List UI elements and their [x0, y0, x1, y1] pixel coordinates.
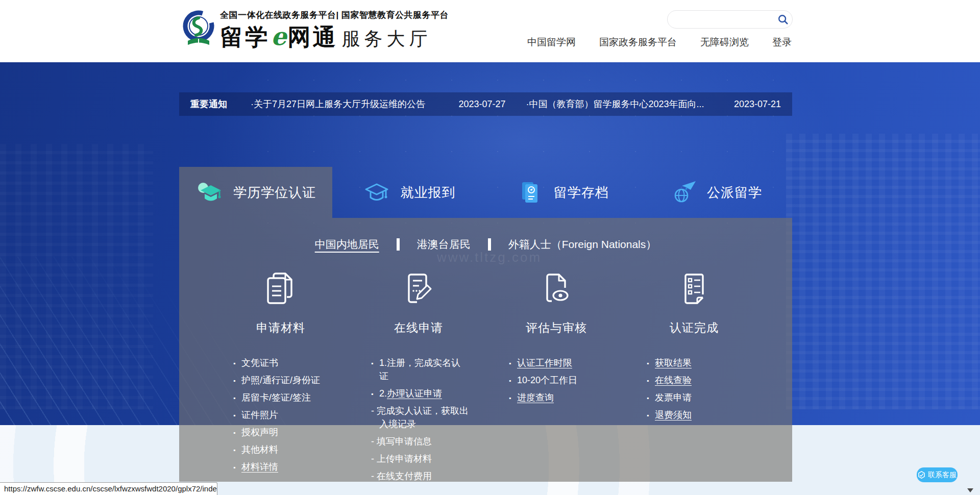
search-box[interactable] — [667, 10, 793, 29]
item-text: 其他材料 — [241, 444, 278, 455]
nav-login-link[interactable]: 登录 — [772, 36, 792, 49]
list-item[interactable]: ▪发票申请 — [647, 391, 751, 404]
notice-bar: 重要通知 ·关于7月27日网上服务大厅升级运维的公告 2023-07-27 ·中… — [179, 92, 792, 116]
list-item[interactable]: - 填写申请信息 — [371, 435, 469, 448]
brand-title-e: e — [271, 22, 287, 51]
notice-link[interactable]: ·中国（教育部）留学服务中心2023年面向... — [526, 98, 704, 110]
column-online-application: 在线申请 ▪1.注册，完成实名认证▪2.办理认证申请- 完成实人认证，获取出入境… — [350, 269, 487, 487]
notice-label: 重要通知 — [190, 98, 227, 110]
column-title: 申请材料 — [212, 320, 350, 336]
site-header: 全国一体化在线政务服务平台| 国家智慧教育公共服务平台 留学e网通服务大厅 中国… — [0, 0, 980, 62]
item-text: 上传申请材料 — [377, 454, 432, 464]
list-item[interactable]: ▪其他材料 — [233, 443, 338, 456]
tab-label: 就业报到 — [400, 184, 455, 202]
square-bullet-icon: ▪ — [509, 374, 511, 387]
list-item[interactable]: ▪1.注册，完成实名认证 — [371, 356, 469, 383]
list-item[interactable]: ▪获取结果 — [647, 356, 751, 369]
documents-icon — [261, 269, 301, 309]
list-item[interactable]: ▪10-20个工作日 — [509, 374, 614, 387]
item-prefix: - — [371, 436, 377, 447]
square-bullet-icon: ▪ — [647, 409, 649, 422]
item-text: 文凭证书 — [241, 358, 278, 368]
notice-link[interactable]: ·关于7月27日网上服务大厅升级运维的公告 — [251, 98, 425, 110]
brand-title-service-hall: 服务大厅 — [342, 27, 432, 52]
review-eye-icon — [536, 269, 576, 309]
list-item[interactable]: ▪证件照片 — [233, 408, 338, 422]
item-prefix: - — [371, 406, 377, 416]
search-icon[interactable] — [777, 14, 789, 25]
archive-file-icon — [516, 178, 545, 207]
contact-support-button[interactable]: 联系客服 — [917, 467, 958, 482]
nav-china-study-link[interactable]: 中国留学网 — [527, 36, 576, 49]
process-columns: 申请材料 ▪文凭证书▪护照/通行证/身份证▪居留卡/签证/签注▪证件照片▪授权声… — [212, 269, 768, 487]
hero-buildings-right — [786, 134, 980, 409]
column-list: ▪认证工作时限▪10-20个工作日▪进度查询 — [509, 356, 614, 408]
tab-study-archive[interactable]: 留学存档 — [486, 167, 639, 218]
subtab-separator — [488, 238, 491, 251]
column-list: ▪1.注册，完成实名认证▪2.办理认证申请- 完成实人认证，获取出入境记录- 填… — [371, 356, 469, 487]
square-bullet-icon: ▪ — [647, 374, 649, 387]
item-text: 发票申请 — [655, 392, 692, 403]
list-item[interactable]: ▪文凭证书 — [233, 356, 338, 369]
item-text: 退费须知 — [655, 410, 692, 420]
column-review-assessment: 评估与审核 ▪认证工作时限▪10-20个工作日▪进度查询 — [487, 269, 625, 487]
status-bar-url: https://zwfw.cscse.edu.cn/cscse/lxfwzxws… — [0, 482, 217, 495]
graduation-cap-teal-icon — [195, 178, 224, 207]
column-list: ▪获取结果▪在线查验▪发票申请▪退费须知 — [647, 356, 751, 426]
tab-employment-registration[interactable]: 就业报到 — [332, 167, 485, 218]
item-text: 授权声明 — [241, 427, 278, 437]
subtab-mainland-residents[interactable]: 中国内地居民 — [315, 237, 379, 252]
item-text: 进度查询 — [517, 392, 554, 403]
checklist-icon — [674, 269, 714, 309]
item-text: 护照/通行证/身份证 — [241, 375, 320, 385]
column-application-materials: 申请材料 ▪文凭证书▪护照/通行证/身份证▪居留卡/签证/签注▪证件照片▪授权声… — [212, 269, 350, 487]
list-item[interactable]: ▪在线查验 — [647, 374, 751, 387]
airplane-globe-icon — [669, 178, 698, 207]
list-item[interactable]: ▪认证工作时限 — [509, 356, 614, 369]
tab-government-sponsored-study[interactable]: 公派留学 — [639, 167, 792, 218]
graduation-cap-blue-icon — [362, 178, 391, 207]
list-item[interactable]: ▪护照/通行证/身份证 — [233, 374, 338, 387]
nav-gov-service-platform-link[interactable]: 国家政务服务平台 — [599, 36, 677, 49]
list-item[interactable]: ▪材料详情 — [233, 460, 338, 474]
tab-degree-authentication[interactable]: 学历学位认证 — [179, 167, 332, 218]
tab-label: 留学存档 — [554, 184, 609, 202]
item-text: 10-20个工作日 — [517, 375, 577, 385]
brand-title: 留学e网通服务大厅 — [220, 22, 449, 53]
hero-banner: 重要通知 ·关于7月27日网上服务大厅升级运维的公告 2023-07-27 ·中… — [0, 62, 980, 425]
square-bullet-icon: ▪ — [233, 391, 235, 405]
item-text: 证件照片 — [241, 410, 278, 420]
list-item[interactable]: - 上传申请材料 — [371, 452, 469, 465]
item-prefix: 2. — [379, 388, 387, 399]
square-bullet-icon: ▪ — [233, 374, 235, 387]
list-item[interactable]: - 完成实人认证，获取出入境记录 — [371, 404, 469, 431]
item-text: 填写申请信息 — [377, 436, 432, 447]
item-text: 在线查验 — [655, 375, 692, 385]
list-item[interactable]: ▪2.办理认证申请 — [371, 387, 469, 400]
cscse-logo-icon — [181, 7, 216, 51]
list-item[interactable]: ▪授权声明 — [233, 426, 338, 439]
column-title: 评估与审核 — [487, 320, 625, 336]
brand-tagline: 全国一体化在线政务服务平台| 国家智慧教育公共服务平台 — [220, 9, 449, 21]
list-item[interactable]: ▪退费须知 — [647, 408, 751, 422]
list-item[interactable]: ▪进度查询 — [509, 391, 614, 404]
item-prefix: 1. — [379, 358, 387, 368]
item-text: 办理认证申请 — [387, 388, 442, 399]
list-item[interactable]: ▪居留卡/签证/签注 — [233, 391, 338, 404]
column-title: 认证完成 — [625, 320, 763, 336]
brand: 全国一体化在线政务服务平台| 国家智慧教育公共服务平台 留学e网通服务大厅 — [181, 7, 449, 53]
scrollbar-down-arrow[interactable] — [967, 488, 973, 492]
column-title: 在线申请 — [350, 320, 487, 336]
nav-accessibility-link[interactable]: 无障碍浏览 — [700, 36, 749, 49]
subtab-separator — [397, 238, 400, 251]
list-item[interactable]: - 在线支付费用 — [371, 469, 469, 483]
square-bullet-icon: ▪ — [233, 357, 235, 370]
square-bullet-icon: ▪ — [233, 461, 235, 474]
square-bullet-icon: ▪ — [371, 387, 373, 401]
brand-title-liuxue: 留学 — [220, 22, 270, 53]
edit-document-icon — [399, 269, 438, 309]
search-input[interactable] — [676, 12, 777, 27]
resident-subtabs: 中国内地居民 港澳台居民 外籍人士（Foreign Nationals） — [179, 218, 792, 252]
item-text: 完成实人认证，获取出入境记录 — [377, 406, 469, 429]
contact-button-label: 联系客服 — [928, 471, 957, 480]
